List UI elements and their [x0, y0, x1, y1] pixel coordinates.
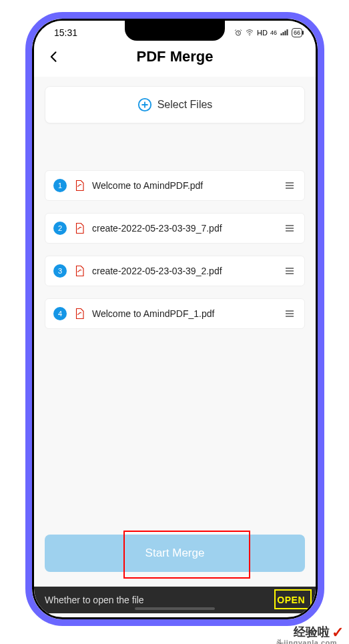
select-files-button[interactable]: Select Files — [45, 86, 305, 123]
home-indicator[interactable] — [135, 607, 215, 610]
file-row[interactable]: 3 create-2022-05-23-03-39_2.pdf — [45, 256, 305, 286]
phone-frame: 15:31 HD 46 66 PDF Merge Select Files — [25, 12, 324, 626]
chevron-left-icon — [47, 50, 61, 63]
file-row[interactable]: 4 Welcome to AmindPDF_1.pdf — [45, 298, 305, 329]
drag-handle-icon[interactable] — [283, 308, 296, 319]
file-row[interactable]: 1 Welcome to AmindPDF.pdf — [45, 170, 305, 201]
drag-handle-icon[interactable] — [283, 266, 296, 276]
phone-screen: 15:31 HD 46 66 PDF Merge Select Files — [32, 19, 318, 619]
file-name-label: create-2022-05-23-03-39_2.pdf — [92, 266, 276, 276]
watermark-text: 经验啦 — [294, 625, 330, 639]
toast-message: Whether to open the file — [45, 595, 144, 605]
svg-rect-3 — [282, 32, 284, 35]
toast-open-button[interactable]: OPEN — [277, 595, 305, 605]
wifi-icon — [245, 29, 254, 37]
back-button[interactable] — [45, 47, 63, 66]
page-title: PDF Merge — [63, 48, 286, 65]
file-name-label: Welcome to AmindPDF.pdf — [92, 180, 276, 191]
file-number-badge: 4 — [53, 307, 67, 320]
file-row[interactable]: 2 create-2022-05-23-03-39_7.pdf — [45, 213, 305, 244]
svg-rect-2 — [280, 33, 282, 35]
pdf-icon — [73, 222, 85, 234]
battery-icon: 66 — [292, 28, 302, 37]
drag-handle-icon[interactable] — [283, 180, 296, 191]
svg-rect-4 — [284, 31, 286, 35]
file-number-badge: 3 — [53, 264, 67, 278]
content-area: Select Files 1 Welcome to AmindPDF.pdf 2… — [34, 77, 316, 613]
status-hd: HD — [257, 29, 268, 37]
select-files-label: Select Files — [157, 99, 213, 111]
svg-rect-5 — [286, 29, 288, 35]
pdf-icon — [73, 180, 85, 192]
start-merge-label: Start Merge — [145, 547, 205, 559]
file-number-badge: 2 — [53, 222, 67, 235]
file-number-badge: 1 — [53, 179, 67, 192]
file-name-label: Welcome to AmindPDF_1.pdf — [92, 308, 276, 319]
watermark-url: 头jingyanla.com — [276, 638, 337, 644]
pdf-icon — [73, 265, 85, 277]
signal-icon — [280, 29, 289, 37]
watermark: 经验啦✓ 头jingyanla.com — [294, 624, 344, 641]
status-time: 15:31 — [54, 27, 77, 38]
drag-handle-icon[interactable] — [283, 223, 296, 234]
file-name-label: create-2022-05-23-03-39_7.pdf — [92, 223, 276, 234]
phone-notch — [125, 21, 225, 41]
pdf-icon — [73, 308, 85, 320]
checkmark-icon: ✓ — [332, 624, 344, 641]
alarm-icon — [234, 29, 242, 37]
svg-point-1 — [249, 35, 250, 36]
start-merge-button[interactable]: Start Merge — [45, 535, 305, 572]
app-header: PDF Merge — [34, 41, 316, 77]
status-right: HD 46 66 — [234, 28, 302, 37]
plus-circle-icon — [137, 97, 152, 112]
status-net: 46 — [270, 29, 277, 36]
